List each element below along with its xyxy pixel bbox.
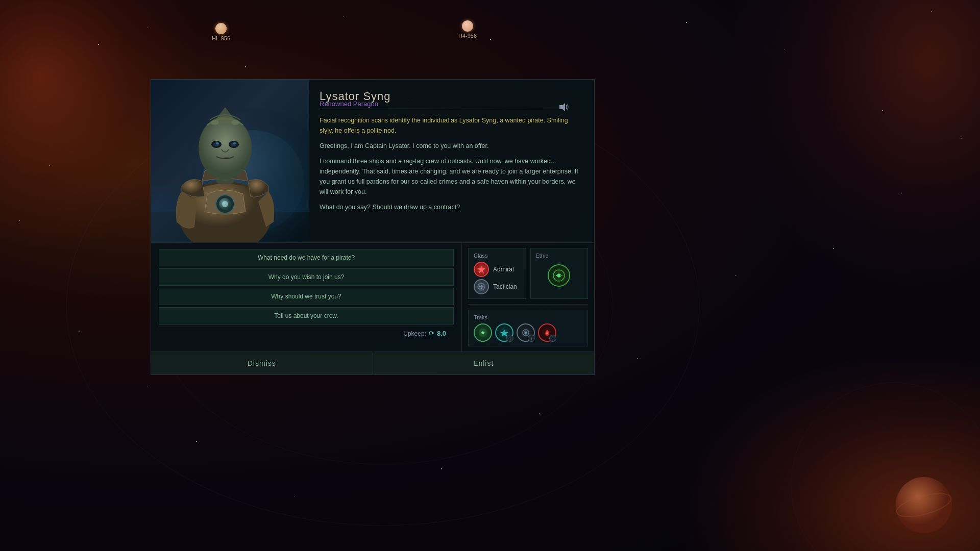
ethic-icon <box>548 264 570 287</box>
dialog-text: Facial recognition scans identify the in… <box>320 115 581 235</box>
paragraph1: Greetings, I am Captain Lysator. I come … <box>320 141 581 151</box>
svg-point-22 <box>480 286 482 288</box>
ethic-box: Ethic <box>530 248 589 299</box>
dialog-content: Lysator Syng Renowned Paragon Facial rec… <box>151 80 594 242</box>
choices-panel: What need do we have for a pirate? Why d… <box>151 243 461 352</box>
stats-separator <box>468 304 588 305</box>
upkeep-row: Upkeep: ⟳ 8.0 <box>159 327 454 340</box>
map-planet-h4956[interactable]: H4-956 <box>458 20 477 39</box>
planet-label-hl956: HL-956 <box>212 35 230 41</box>
traits-box: Traits ↑ <box>468 310 588 346</box>
svg-point-11 <box>211 120 219 125</box>
upkeep-icon: ⟳ <box>429 330 434 337</box>
dismiss-button[interactable]: Dismiss <box>151 352 373 374</box>
choice-3[interactable]: Why should we trust you? <box>159 288 454 305</box>
svg-point-30 <box>525 332 527 334</box>
trait-4-badge: ↑ <box>549 335 556 342</box>
sound-button[interactable] <box>557 100 571 114</box>
tactician-icon <box>474 279 489 294</box>
svg-point-12 <box>231 120 239 125</box>
choice-1[interactable]: What need do we have for a pirate? <box>159 249 454 266</box>
trait-2[interactable]: ↑ <box>495 323 513 342</box>
dialog-right: Lysator Syng Renowned Paragon Facial rec… <box>309 80 594 242</box>
svg-point-18 <box>233 142 236 144</box>
traits-label: Traits <box>474 314 582 320</box>
trait-4[interactable]: ↑ <box>538 323 556 342</box>
portrait-area <box>151 80 309 242</box>
svg-point-26 <box>482 332 484 334</box>
main-dialog: Lysator Syng Renowned Paragon Facial rec… <box>151 79 595 375</box>
name-divider <box>320 109 581 109</box>
action-buttons: Dismiss Enlist <box>151 352 594 374</box>
class-content: Admiral Tactician <box>474 262 521 294</box>
svg-point-10 <box>199 116 252 180</box>
planet-label-h4956: H4-956 <box>458 33 477 39</box>
class-ethic-row: Class Admiral <box>468 248 588 299</box>
tactician-label: Tactician <box>493 283 517 290</box>
planet-icon-h4956 <box>462 20 473 32</box>
trait-1[interactable] <box>474 323 492 342</box>
character-title: Renowned Paragon <box>320 100 581 108</box>
tactician-item: Tactician <box>474 279 521 294</box>
ethic-icon-container <box>536 262 583 289</box>
admiral-item: Admiral <box>474 262 521 277</box>
character-portrait <box>151 80 309 242</box>
intro-paragraph: Facial recognition scans identify the in… <box>320 115 581 136</box>
choice-4[interactable]: Tell us about your crew. <box>159 307 454 324</box>
map-planet-hl956[interactable]: HL-956 <box>212 23 230 41</box>
paragraph3: What do you say? Should we draw up a con… <box>320 202 581 212</box>
choice-2[interactable]: Why do you wish to join us? <box>159 268 454 286</box>
svg-point-3 <box>896 477 952 533</box>
paragraph2: I command three ships and a rag-tag crew… <box>320 156 581 197</box>
class-box: Class Admiral <box>468 248 526 299</box>
svg-marker-20 <box>477 266 485 273</box>
trait-3-badge: ↑ <box>528 335 535 342</box>
class-label: Class <box>474 253 521 259</box>
svg-point-8 <box>222 201 228 207</box>
trait-2-badge: ↑ <box>506 335 513 342</box>
upkeep-value: 8.0 <box>437 330 446 337</box>
upkeep-label: Upkeep: <box>403 330 426 337</box>
admiral-label: Admiral <box>493 266 514 273</box>
trait-3[interactable]: ↑ <box>517 323 535 342</box>
svg-point-17 <box>216 142 219 144</box>
stats-panel: Class Admiral <box>461 243 594 352</box>
planet-icon-hl956 <box>215 23 227 34</box>
ethic-label: Ethic <box>536 253 583 259</box>
decorative-planet <box>893 474 954 536</box>
dialog-bottom: What need do we have for a pirate? Why d… <box>151 242 594 352</box>
svg-marker-19 <box>559 103 565 111</box>
admiral-icon <box>474 262 489 277</box>
traits-row: ↑ ↑ <box>474 323 582 342</box>
enlist-button[interactable]: Enlist <box>373 352 595 374</box>
svg-point-32 <box>546 332 548 334</box>
svg-point-24 <box>557 274 560 277</box>
